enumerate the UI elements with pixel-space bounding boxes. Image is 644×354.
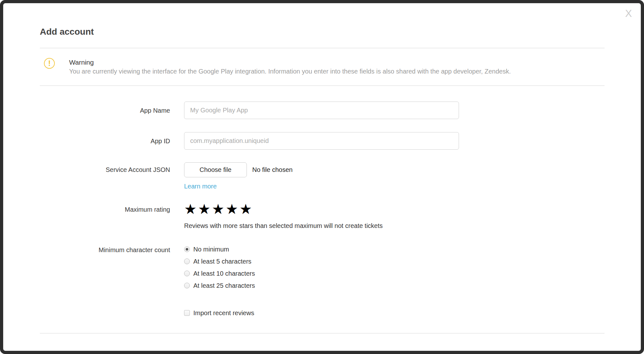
app-id-row: App ID <box>40 132 605 150</box>
star-icon[interactable]: ★ <box>198 201 211 217</box>
app-name-row: App Name <box>40 102 605 119</box>
radio-option-label: At least 5 characters <box>193 257 251 266</box>
minimum-character-count-label: Minimum character count <box>40 245 170 254</box>
service-account-json-row: Service Account JSON Choose file No file… <box>40 162 605 191</box>
radio-option-label: No minimum <box>193 245 229 253</box>
radio-selected-icon[interactable] <box>184 246 190 252</box>
radio-unselected-icon[interactable] <box>184 271 190 276</box>
maximum-rating-label: Maximum rating <box>40 202 170 214</box>
warning-banner: ! Warning You are currently viewing the … <box>40 48 605 76</box>
star-icon[interactable]: ★ <box>240 201 253 217</box>
warning-icon: ! <box>44 58 55 69</box>
radio-option-label: At least 25 characters <box>193 281 255 290</box>
service-account-json-label: Service Account JSON <box>40 162 170 174</box>
star-icon[interactable]: ★ <box>212 201 225 217</box>
minimum-character-count-row: Minimum character count No minimumAt lea… <box>40 245 605 294</box>
import-recent-reviews-row: Import recent reviews <box>40 309 605 317</box>
warning-texts: Warning You are currently viewing the in… <box>69 58 605 76</box>
maximum-rating-row: Maximum rating ★★★★★ Reviews with more s… <box>40 202 605 230</box>
radio-unselected-icon[interactable] <box>184 283 190 288</box>
modal-frame: X Add account ! Warning You are currentl… <box>0 0 644 354</box>
rating-helper-text: Reviews with more stars than selected ma… <box>184 222 605 230</box>
divider-bottom <box>40 333 605 334</box>
star-rating: ★★★★★ <box>184 202 605 219</box>
radio-option[interactable]: At least 25 characters <box>184 281 605 290</box>
radio-option[interactable]: At least 10 characters <box>184 269 605 278</box>
warning-title: Warning <box>69 58 605 67</box>
warning-body: You are currently viewing the interface … <box>69 67 605 76</box>
close-icon[interactable]: X <box>625 8 632 18</box>
add-account-modal: X Add account ! Warning You are currentl… <box>3 3 641 351</box>
app-name-label: App Name <box>40 106 170 115</box>
page-title: Add account <box>40 3 605 37</box>
star-icon[interactable]: ★ <box>225 201 239 217</box>
radio-option[interactable]: At least 5 characters <box>184 257 605 266</box>
minimum-character-options: No minimumAt least 5 charactersAt least … <box>184 245 605 294</box>
add-account-form: App Name App ID Service Account JSON Cho… <box>40 86 605 317</box>
import-recent-reviews-label: Import recent reviews <box>193 309 254 317</box>
radio-option[interactable]: No minimum <box>184 245 605 253</box>
learn-more-link[interactable]: Learn more <box>184 182 217 191</box>
choose-file-button[interactable]: Choose file <box>184 162 247 177</box>
app-id-input[interactable] <box>184 132 459 150</box>
radio-option-label: At least 10 characters <box>193 269 255 278</box>
file-status-text: No file chosen <box>252 166 293 173</box>
import-recent-reviews-option[interactable]: Import recent reviews <box>184 309 605 317</box>
star-icon[interactable]: ★ <box>184 201 198 217</box>
app-id-label: App ID <box>40 137 170 145</box>
checkbox-icon[interactable] <box>184 310 190 316</box>
app-name-input[interactable] <box>184 102 459 119</box>
radio-unselected-icon[interactable] <box>184 258 190 264</box>
